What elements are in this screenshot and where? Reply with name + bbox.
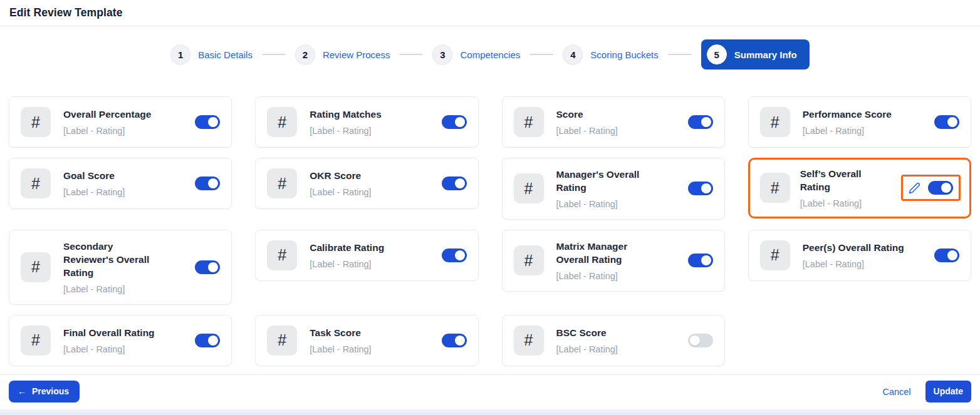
field-toggle[interactable] xyxy=(934,248,959,262)
page-header: Edit Review Template xyxy=(0,0,980,26)
hash-icon: # xyxy=(514,173,544,203)
wizard-stepper: 1 Basic Details 2 Review Process 3 Compe… xyxy=(0,26,980,84)
bottom-strip xyxy=(0,409,980,415)
card-title: Rating Matches xyxy=(310,108,426,121)
card-text: Final Overall Rating [Label - Rating] xyxy=(63,327,182,354)
cancel-button[interactable]: Cancel xyxy=(882,387,910,397)
hash-icon: # xyxy=(760,173,790,203)
previous-button[interactable]: ← Previous xyxy=(9,381,80,402)
step-connector xyxy=(529,54,553,55)
card-title: Final Overall Rating xyxy=(63,327,180,340)
summary-field-card-score: # Score [Label - Rating] xyxy=(502,96,725,148)
field-toggle[interactable] xyxy=(688,182,713,195)
stepper-step-basic-details[interactable]: 1 Basic Details xyxy=(170,44,253,64)
step-number: 3 xyxy=(432,44,452,64)
stepper-step-competencies[interactable]: 3 Competencies xyxy=(432,44,520,64)
card-subtitle: [Label - Rating] xyxy=(63,284,180,294)
field-toggle[interactable] xyxy=(195,177,220,190)
card-controls xyxy=(195,115,220,129)
summary-field-card-performance-score: # Performance Score [Label - Rating] xyxy=(748,96,971,148)
summary-field-card-okr-score: # OKR Score [Label - Rating] xyxy=(255,158,478,209)
step-connector xyxy=(668,54,692,55)
hash-icon: # xyxy=(514,107,544,137)
step-label: Basic Details xyxy=(198,49,253,60)
card-text: OKR Score [Label - Rating] xyxy=(310,170,429,197)
card-text: Rating Matches [Label - Rating] xyxy=(310,108,429,136)
summary-field-card-task-score: # Task Score [Label - Rating] xyxy=(255,315,478,366)
card-controls xyxy=(688,254,713,267)
summary-cards-grid: # Overall Percentage [Label - Rating] # … xyxy=(9,96,971,366)
toggle-knob xyxy=(455,117,465,127)
toggle-knob xyxy=(208,117,218,127)
summary-field-card-goal-score: # Goal Score [Label - Rating] xyxy=(9,158,232,209)
card-controls xyxy=(688,182,713,195)
toggle-knob xyxy=(947,250,957,260)
field-toggle[interactable] xyxy=(195,260,220,274)
step-number: 2 xyxy=(295,44,315,64)
card-subtitle: [Label - Rating] xyxy=(556,344,673,354)
card-subtitle: [Label - Rating] xyxy=(63,126,180,136)
toggle-knob xyxy=(455,178,465,188)
summary-field-card-calibrate-rating: # Calibrate Rating [Label - Rating] xyxy=(255,230,478,281)
toggle-knob xyxy=(690,336,700,346)
hash-icon: # xyxy=(514,245,544,275)
field-toggle[interactable] xyxy=(442,248,467,262)
toggle-knob xyxy=(701,117,711,127)
card-text: Goal Score [Label - Rating] xyxy=(63,170,182,197)
toggle-knob xyxy=(941,183,951,193)
card-title: Goal Score xyxy=(63,170,180,183)
page-title: Edit Review Template xyxy=(9,6,123,19)
step-number: 5 xyxy=(707,44,727,64)
card-text: Calibrate Rating [Label - Rating] xyxy=(310,242,429,269)
card-title: Task Score xyxy=(310,327,426,340)
card-title: Calibrate Rating xyxy=(310,242,426,255)
summary-field-card-final-overall-rating: # Final Overall Rating [Label - Rating] xyxy=(9,315,232,366)
hash-icon: # xyxy=(21,325,51,356)
hash-icon: # xyxy=(267,325,297,356)
footer-right-actions: Cancel Update xyxy=(882,381,971,402)
card-subtitle: [Label - Rating] xyxy=(556,199,673,209)
card-subtitle: [Label - Rating] xyxy=(310,344,426,354)
step-label: Summary Info xyxy=(734,49,797,60)
field-toggle[interactable] xyxy=(688,334,713,347)
card-subtitle: [Label - Rating] xyxy=(803,126,919,136)
card-title: Secondary Reviewer's Overall Rating xyxy=(63,240,180,280)
hash-icon: # xyxy=(21,252,51,282)
card-controls xyxy=(688,334,713,347)
card-title: Peer(s) Overall Rating xyxy=(803,242,919,255)
card-text: Matrix Manager Overall Rating [Label - R… xyxy=(556,240,675,281)
card-subtitle: [Label - Rating] xyxy=(63,344,180,354)
card-text: Task Score [Label - Rating] xyxy=(310,327,429,354)
toggle-knob xyxy=(947,117,957,127)
card-text: Peer(s) Overall Rating [Label - Rating] xyxy=(803,242,922,269)
stepper-step-scoring-buckets[interactable]: 4 Scoring Buckets xyxy=(563,44,658,64)
card-controls xyxy=(195,260,220,274)
card-controls xyxy=(901,175,961,201)
card-title: Matrix Manager Overall Rating xyxy=(556,240,673,267)
toggle-knob xyxy=(701,183,711,193)
card-text: Manager's Overall Rating [Label - Rating… xyxy=(556,168,675,209)
stepper-step-review-process[interactable]: 2 Review Process xyxy=(295,44,390,64)
field-toggle[interactable] xyxy=(688,254,713,267)
field-toggle[interactable] xyxy=(195,115,220,129)
stepper-step-summary-info[interactable]: 5 Summary Info xyxy=(701,39,810,69)
card-controls xyxy=(442,248,467,262)
field-toggle[interactable] xyxy=(928,181,953,195)
field-toggle[interactable] xyxy=(442,177,467,190)
card-title: Manager's Overall Rating xyxy=(556,168,673,195)
card-controls xyxy=(934,248,959,262)
field-toggle[interactable] xyxy=(934,115,959,129)
update-button[interactable]: Update xyxy=(925,381,971,402)
toggle-knob xyxy=(455,250,465,260)
field-toggle[interactable] xyxy=(195,334,220,347)
field-toggle[interactable] xyxy=(442,115,467,129)
field-toggle[interactable] xyxy=(442,334,467,347)
card-controls xyxy=(442,177,467,190)
card-title: Performance Score xyxy=(803,108,919,121)
edit-label-button[interactable] xyxy=(909,182,920,194)
card-controls xyxy=(442,115,467,129)
card-text: Self’s Overall Rating [Label - Rating] xyxy=(800,168,891,208)
field-toggle[interactable] xyxy=(688,115,713,129)
footer-actions: ← Previous Cancel Update xyxy=(0,374,980,409)
card-controls xyxy=(195,177,220,190)
